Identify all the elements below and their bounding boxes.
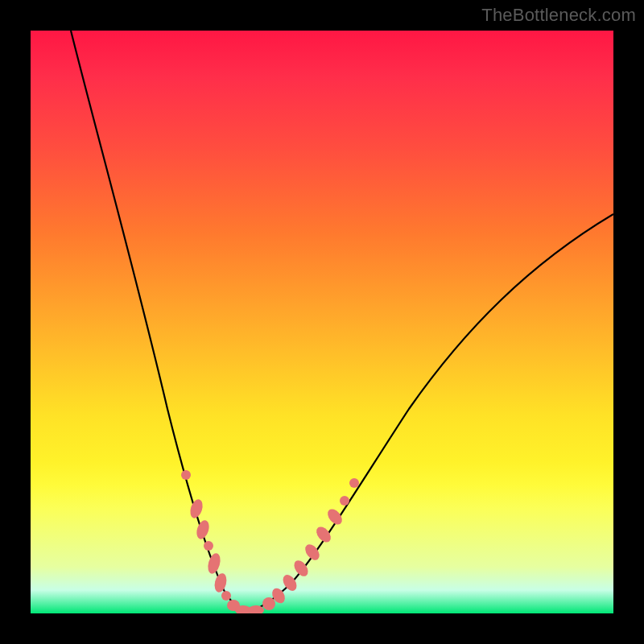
marker-dot <box>340 496 349 506</box>
chart-frame: TheBottleneck.com <box>0 0 644 644</box>
watermark-text: TheBottleneck.com <box>481 5 636 26</box>
curve-left-path <box>71 31 246 611</box>
marker-dot <box>181 470 191 480</box>
marker-group <box>181 470 359 613</box>
curve-right-path <box>246 214 613 611</box>
marker-dot <box>206 552 223 576</box>
marker-dot <box>262 597 275 610</box>
curve-svg <box>31 31 613 613</box>
marker-dot <box>204 541 213 551</box>
marker-dot <box>195 518 212 540</box>
plot-area <box>31 31 613 613</box>
marker-dot <box>213 572 228 594</box>
marker-dot <box>349 478 359 488</box>
marker-dot <box>221 591 231 601</box>
marker-dot <box>188 497 205 519</box>
marker-dot <box>303 542 323 563</box>
